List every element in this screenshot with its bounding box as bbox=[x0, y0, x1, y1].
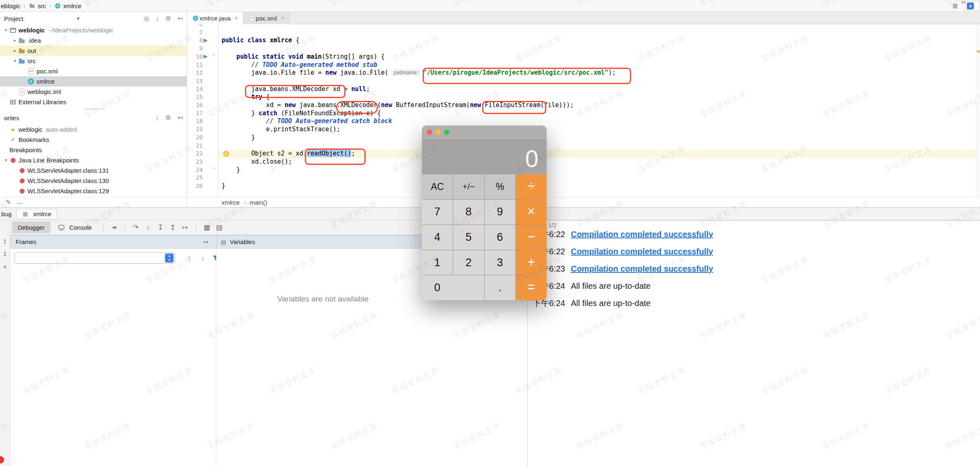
breadcrumb-item-eblogic[interactable]: eblogic bbox=[1, 2, 21, 9]
digit-7-button[interactable]: 7 bbox=[422, 200, 453, 225]
calculator-window[interactable]: 0 AC+/−%÷789×456−123+0.= bbox=[422, 126, 547, 300]
show-execution-point-icon[interactable] bbox=[109, 223, 119, 232]
debug-session-tab[interactable]: xmlrce bbox=[16, 209, 57, 219]
fold-down-icon[interactable]: ˇ bbox=[213, 53, 214, 61]
force-step-into-icon[interactable] bbox=[155, 223, 166, 232]
nav-up-icon[interactable] bbox=[1, 238, 9, 244]
code-line-16[interactable]: 16xd = new java.beans.XMLDecoder(new Buf… bbox=[187, 101, 980, 110]
decimal-button[interactable]: . bbox=[485, 275, 515, 300]
hide-panel-icon[interactable] bbox=[177, 15, 183, 22]
locate-icon[interactable] bbox=[144, 15, 149, 22]
run-gutter-icon[interactable] bbox=[204, 55, 208, 59]
close-button[interactable] bbox=[427, 130, 432, 135]
digit-8-button[interactable]: 8 bbox=[453, 200, 484, 225]
code-line-15[interactable]: 15try { bbox=[187, 93, 980, 101]
pin-icon[interactable] bbox=[201, 238, 211, 246]
event-link[interactable]: Compilation completed successfully bbox=[571, 230, 713, 239]
editor-tab-xmlrce.java[interactable]: xmlrce.java× bbox=[187, 12, 243, 24]
tree-row-Breakpoints[interactable]: Breakpoints bbox=[0, 145, 187, 155]
code-line-19[interactable]: 19e.printStackTrace(); bbox=[187, 126, 980, 134]
code-editor[interactable]: 678public class xmlrce {910ˇpublic stati… bbox=[187, 12, 980, 197]
tree-row-xmlrce[interactable]: xmlrce bbox=[0, 76, 187, 87]
structure-lines-icon[interactable]: 10 bbox=[950, 2, 960, 10]
editor-tab-poc.xml[interactable]: poc.xml× bbox=[243, 12, 290, 24]
thread-selector[interactable] bbox=[14, 252, 175, 264]
hide-panel-icon[interactable] bbox=[177, 114, 183, 121]
tree-collapsed-arrow[interactable]: ▸ bbox=[11, 48, 18, 53]
breadcrumb-item-src[interactable]: src bbox=[29, 2, 46, 9]
code-line-22[interactable]: 22Object s2 = xd.readObject(); bbox=[187, 150, 980, 158]
ac-button[interactable]: AC bbox=[422, 174, 453, 199]
tree-row-src[interactable]: ▾src bbox=[0, 56, 187, 66]
breadcrumb-item-xmlrce[interactable]: xmlrce bbox=[54, 2, 81, 9]
code-line-24[interactable]: 24ˆ} bbox=[187, 166, 980, 174]
tree-row-Java-Line-Breakpoints[interactable]: ▾Java Line Breakpoints bbox=[0, 155, 187, 165]
minus-button[interactable]: − bbox=[516, 225, 547, 250]
settings-gear-icon[interactable] bbox=[165, 15, 171, 22]
code-line-25[interactable]: 25 bbox=[187, 174, 980, 182]
settings-gear-icon[interactable] bbox=[165, 114, 171, 121]
editor-breadcrumb-main[interactable]: main() bbox=[250, 199, 268, 206]
code-line-9[interactable]: 9 bbox=[187, 45, 980, 53]
equals-button[interactable]: = bbox=[516, 275, 547, 300]
collapse-all-icon[interactable] bbox=[156, 15, 159, 22]
sort-icon[interactable] bbox=[156, 114, 159, 121]
code-line-7[interactable]: 7 bbox=[187, 29, 980, 37]
step-into-icon[interactable] bbox=[143, 224, 153, 232]
code-line-11[interactable]: 11// TODO Auto-generated method stub bbox=[187, 61, 980, 69]
digit-3-button[interactable]: 3 bbox=[485, 250, 515, 275]
fold-up-icon[interactable]: ˆ bbox=[213, 166, 214, 174]
calculator-titlebar[interactable] bbox=[422, 126, 547, 139]
stepper-icon[interactable] bbox=[165, 254, 174, 263]
nav-down-icon[interactable] bbox=[1, 251, 9, 257]
columns-icon[interactable] bbox=[214, 223, 224, 232]
tree-row-WLSServletAdapter.class:129[interactable]: WLSServletAdapter.class:129 bbox=[0, 186, 187, 196]
plus-minus-button[interactable]: +/− bbox=[453, 174, 484, 199]
event-link[interactable]: Compilation completed successfully bbox=[571, 264, 713, 274]
editor-breadcrumb-xmlrce[interactable]: xmlrce bbox=[222, 199, 240, 206]
chevron-down-icon[interactable] bbox=[77, 15, 80, 22]
tree-row-weblogic.iml[interactable]: weblogic.iml bbox=[0, 87, 187, 97]
code-line-12[interactable]: 12java.io.File file = new java.io.File( … bbox=[187, 69, 980, 77]
percent-button[interactable]: % bbox=[485, 174, 515, 199]
event-link[interactable]: Compilation completed successfully bbox=[571, 247, 713, 256]
tree-collapsed-arrow[interactable]: ▸ bbox=[11, 38, 18, 43]
multiply-button[interactable]: × bbox=[516, 200, 547, 225]
run-gutter-icon[interactable] bbox=[204, 39, 208, 43]
digit-6-button[interactable]: 6 bbox=[485, 225, 515, 250]
corner-tab-icon[interactable]: x bbox=[967, 2, 974, 9]
previous-frame-icon[interactable] bbox=[184, 254, 195, 263]
next-frame-icon[interactable] bbox=[197, 254, 208, 263]
code-line-21[interactable]: 21 bbox=[187, 142, 980, 150]
code-line-17[interactable]: 17} catch (FileNotFoundException e) { bbox=[187, 110, 980, 118]
tree-row-weblogic[interactable]: ▾weblogic~/IdeaProjects/weblogic bbox=[0, 25, 187, 35]
tree-row-External-Libraries[interactable]: External Libraries bbox=[0, 97, 187, 107]
remove-icon[interactable] bbox=[17, 199, 23, 206]
code-line-8[interactable]: 8public class xmlrce { bbox=[187, 37, 980, 45]
digit-2-button[interactable]: 2 bbox=[453, 250, 484, 275]
code-line-23[interactable]: 23xd.close(); bbox=[187, 158, 980, 166]
tab-debugger[interactable]: Debugger bbox=[12, 222, 50, 233]
code-line-26[interactable]: 26} bbox=[187, 182, 980, 190]
code-line-14[interactable]: 14java.beans.XMLDecoder xd = null; bbox=[187, 85, 980, 94]
close-tab-icon[interactable]: × bbox=[281, 15, 284, 21]
editor-scrollbar[interactable] bbox=[976, 24, 980, 197]
tree-row-poc.xml[interactable]: poc.xml bbox=[0, 66, 187, 76]
code-line-13[interactable]: 13 bbox=[187, 77, 980, 85]
digit-0-button[interactable]: 0 bbox=[422, 275, 484, 300]
tree-row-WLSServletAdapter.class:130[interactable]: WLSServletAdapter.class:130 bbox=[0, 176, 187, 186]
tree-row-Bookmarks[interactable]: Bookmarks bbox=[0, 135, 187, 145]
digit-5-button[interactable]: 5 bbox=[453, 225, 484, 250]
plus-button[interactable]: + bbox=[516, 250, 547, 275]
divide-button[interactable]: ÷ bbox=[516, 174, 547, 199]
zoom-button[interactable] bbox=[444, 130, 449, 135]
tree-row-.idea[interactable]: ▸.idea bbox=[0, 35, 187, 46]
panel-splitter[interactable] bbox=[0, 107, 187, 111]
tree-row-weblogic[interactable]: weblogicauto-added bbox=[0, 124, 187, 135]
code-line-10[interactable]: 10ˇpublic static void main(String[] args… bbox=[187, 53, 980, 61]
tree-expanded-arrow[interactable]: ▾ bbox=[2, 158, 9, 163]
edit-icon[interactable] bbox=[6, 199, 11, 206]
tab-console[interactable]: Console bbox=[52, 222, 98, 233]
tree-row-WLSServletAdapter.class:131[interactable]: WLSServletAdapter.class:131 bbox=[0, 165, 187, 176]
close-tab-icon[interactable]: × bbox=[235, 15, 238, 21]
